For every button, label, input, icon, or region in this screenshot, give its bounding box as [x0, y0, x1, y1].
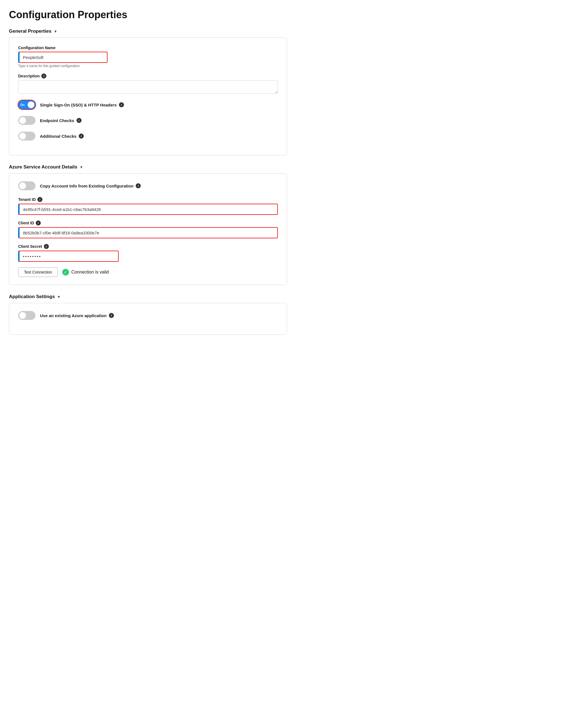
description-label: Description i: [18, 74, 278, 79]
description-input[interactable]: [18, 80, 278, 94]
config-name-input[interactable]: [18, 52, 107, 63]
client-id-info-icon[interactable]: i: [36, 221, 41, 225]
sso-info-icon[interactable]: i: [119, 102, 124, 107]
azure-service-section-label: Azure Service Account Details ▼: [9, 164, 287, 170]
azure-app-label: Use an existing Azure application i: [40, 313, 114, 318]
test-connection-row: Test Connection ✓ Connection is valid: [18, 267, 278, 277]
client-secret-label: Client Secret i: [18, 244, 278, 249]
sso-toggle-wrapper: On: [18, 100, 36, 109]
endpoint-checks-toggle[interactable]: [18, 116, 36, 125]
general-properties-section: Configuration Name Type a name for this …: [9, 37, 287, 155]
app-settings-section-label: Application Settings ▼: [9, 294, 287, 300]
copy-account-label: Copy Account Info from Existing Configur…: [40, 183, 141, 188]
connection-valid-icon: ✓: [62, 269, 69, 275]
copy-account-toggle-row: Copy Account Info from Existing Configur…: [18, 181, 278, 190]
azure-app-toggle[interactable]: [18, 311, 36, 320]
tenant-id-input[interactable]: [18, 204, 278, 215]
app-settings-chevron[interactable]: ▼: [57, 295, 61, 299]
azure-app-toggle-row: Use an existing Azure application i: [18, 311, 278, 320]
azure-app-info-icon[interactable]: i: [109, 313, 114, 318]
sso-toggle-row: On Single Sign-On (SSO) & HTTP Headers i: [18, 100, 278, 109]
description-info-icon[interactable]: i: [41, 74, 46, 79]
endpoint-checks-label: Endpoint Checks i: [40, 118, 82, 123]
config-name-label: Configuration Name: [18, 45, 278, 50]
client-id-label: Client ID i: [18, 221, 278, 225]
general-properties-section-label: General Properties ▼: [9, 28, 287, 34]
tenant-id-info-icon[interactable]: i: [37, 197, 42, 202]
azure-service-section: Copy Account Info from Existing Configur…: [9, 173, 287, 285]
test-connection-button[interactable]: Test Connection: [18, 267, 58, 277]
app-settings-title: Application Settings: [9, 294, 55, 300]
additional-checks-toggle-row: Additional Checks i: [18, 131, 278, 141]
sso-on-label: On: [20, 103, 25, 106]
config-name-group: Configuration Name Type a name for this …: [18, 45, 278, 68]
endpoint-checks-toggle-row: Endpoint Checks i: [18, 116, 278, 125]
additional-checks-info-icon[interactable]: i: [79, 134, 84, 139]
general-properties-chevron[interactable]: ▼: [54, 29, 57, 34]
description-group: Description i: [18, 74, 278, 95]
general-properties-title: General Properties: [9, 28, 51, 34]
page-title: Configuration Properties: [9, 9, 287, 21]
app-settings-section: Use an existing Azure application i: [9, 303, 287, 335]
endpoint-info-icon[interactable]: i: [77, 118, 82, 123]
client-secret-group: Client Secret i: [18, 244, 278, 262]
sso-label: Single Sign-On (SSO) & HTTP Headers i: [40, 102, 124, 107]
azure-service-chevron[interactable]: ▼: [80, 165, 83, 169]
additional-checks-label: Additional Checks i: [40, 134, 84, 139]
client-id-group: Client ID i: [18, 221, 278, 238]
copy-account-info-icon[interactable]: i: [136, 183, 141, 188]
sso-toggle[interactable]: On: [18, 100, 36, 109]
client-secret-input[interactable]: [18, 251, 119, 262]
connection-status-text: Connection is valid: [71, 270, 109, 275]
tenant-id-label: Tenant ID i: [18, 197, 278, 202]
additional-checks-toggle[interactable]: [18, 131, 36, 141]
client-id-input[interactable]: [18, 227, 278, 238]
tenant-id-group: Tenant ID i: [18, 197, 278, 215]
azure-service-title: Azure Service Account Details: [9, 164, 77, 170]
config-name-helper: Type a name for this guided configuratio…: [18, 64, 278, 68]
copy-account-toggle[interactable]: [18, 181, 36, 190]
client-secret-info-icon[interactable]: i: [44, 244, 49, 249]
connection-status: ✓ Connection is valid: [62, 269, 109, 275]
